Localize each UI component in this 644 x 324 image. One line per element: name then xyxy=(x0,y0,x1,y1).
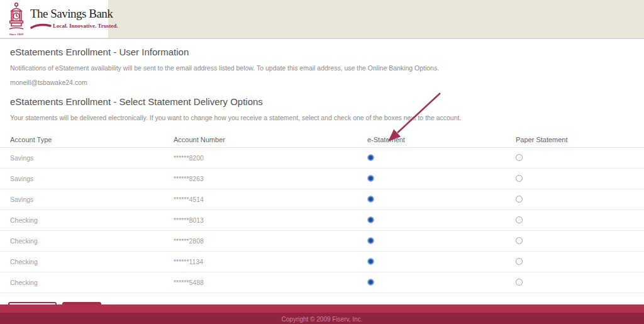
accounts-table-header: Account Type Account Number e-Statement … xyxy=(0,131,644,148)
account-number-cell: ******2808 xyxy=(164,237,357,245)
footer-accent-bar xyxy=(0,304,644,313)
column-header-account-number: Account Number xyxy=(164,136,357,143)
account-row: Savings ******4514 xyxy=(0,189,644,210)
logo-swoosh xyxy=(30,20,52,31)
paper-statement-radio[interactable] xyxy=(516,216,523,223)
account-number-cell: ******1134 xyxy=(164,258,357,265)
column-header-e-statement: e-Statement xyxy=(357,136,506,143)
bank-logo: Since 1869 The Savings Bank Local. Innov… xyxy=(0,0,108,38)
e-statement-radio[interactable] xyxy=(367,237,374,244)
bank-name: The Savings Bank xyxy=(30,7,118,21)
e-statement-radio[interactable] xyxy=(367,175,374,182)
account-type-cell: Checking xyxy=(0,237,164,245)
account-number-cell: ******8263 xyxy=(164,175,357,182)
account-row: Checking ******8013 xyxy=(0,210,644,231)
account-number-cell: ******4514 xyxy=(164,196,357,203)
main-content: eStatements Enrollment - User Informatio… xyxy=(0,39,644,319)
account-number-cell: ******8200 xyxy=(164,154,357,162)
accounts-table-body: Savings ******8200 Savings ******8263 Sa… xyxy=(0,148,644,293)
paper-statement-radio[interactable] xyxy=(516,258,523,265)
account-row: Savings ******8263 xyxy=(0,169,644,189)
user-info-description: Notifications of eStatement availability… xyxy=(10,64,634,72)
paper-statement-radio[interactable] xyxy=(516,237,523,244)
page-header: Since 1869 The Savings Bank Local. Innov… xyxy=(0,0,644,39)
bank-tagline: Local. Innovative. Trusted. xyxy=(53,23,118,29)
account-row: Checking ******5488 xyxy=(0,272,644,293)
account-type-cell: Savings xyxy=(0,196,164,203)
column-header-account-type: Account Type xyxy=(0,136,164,143)
e-statement-radio[interactable] xyxy=(367,196,374,203)
clock-tower-icon xyxy=(5,3,28,34)
paper-statement-radio[interactable] xyxy=(516,175,523,182)
user-info-section-title: eStatements Enrollment - User Informatio… xyxy=(10,47,634,57)
e-statement-radio[interactable] xyxy=(367,279,374,286)
account-type-cell: Savings xyxy=(0,175,164,182)
paper-statement-radio[interactable] xyxy=(516,196,523,203)
delivery-options-section-title: eStatements Enrollment - Select Statemen… xyxy=(10,96,634,107)
paper-statement-radio[interactable] xyxy=(516,154,523,161)
account-row: Savings ******8200 xyxy=(0,148,644,169)
account-row: Checking ******1134 xyxy=(0,252,644,272)
account-number-cell: ******8013 xyxy=(164,216,357,224)
paper-statement-radio[interactable] xyxy=(516,279,523,286)
account-type-cell: Checking xyxy=(0,279,164,286)
e-statement-radio[interactable] xyxy=(367,154,374,161)
accounts-table: Account Type Account Number e-Statement … xyxy=(0,131,644,293)
account-type-cell: Checking xyxy=(0,216,164,224)
column-header-paper-statement: Paper Statement xyxy=(506,136,644,143)
copyright-text: Copyright © 2009 Fiserv, Inc. xyxy=(282,316,363,323)
notification-email: moneill@tsbawake24.com xyxy=(10,79,634,86)
account-number-cell: ******5488 xyxy=(164,279,357,286)
e-statement-radio[interactable] xyxy=(367,216,374,223)
e-statement-radio[interactable] xyxy=(367,258,374,265)
logo-since-text: Since 1869 xyxy=(9,33,24,36)
page-footer: Copyright © 2009 Fiserv, Inc. xyxy=(0,304,644,324)
account-row: Checking ******2808 xyxy=(0,231,644,252)
delivery-options-description: Your statements will be delivered electr… xyxy=(10,114,634,121)
account-type-cell: Savings xyxy=(0,154,164,162)
account-type-cell: Checking xyxy=(0,258,164,265)
